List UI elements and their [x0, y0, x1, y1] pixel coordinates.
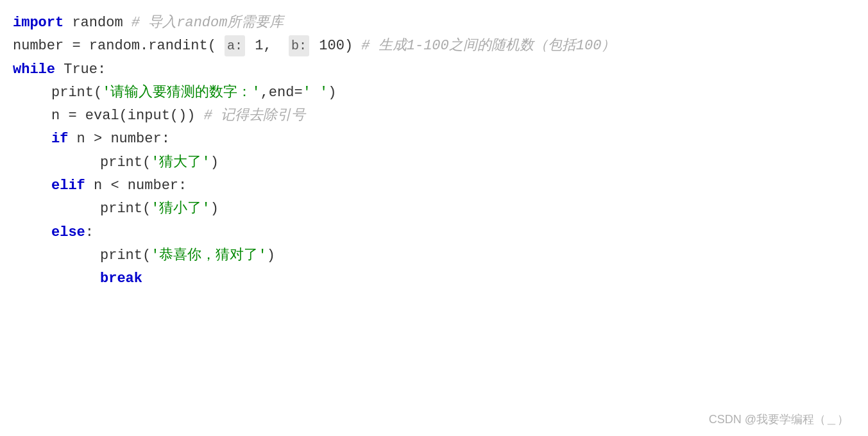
line5: n = eval(input()) # 记得去除引号: [13, 105, 855, 128]
line9: print('猜小了'): [13, 197, 855, 221]
line4: print('请输入要猜测的数字：',end=' '): [13, 81, 855, 105]
code-block: import random # 导入random所需要库number = ran…: [13, 12, 855, 291]
watermark: CSDN @我要学编程（＿）: [709, 410, 849, 430]
line11: print('恭喜你，猜对了'): [13, 244, 855, 267]
line12: break: [13, 267, 855, 290]
param-label: b:: [289, 35, 309, 56]
line7: print('猜大了'): [13, 151, 855, 174]
line10: else:: [13, 221, 855, 244]
line1: import random # 导入random所需要库: [13, 12, 855, 35]
param-label: a:: [225, 35, 245, 56]
line8: elif n < number:: [13, 174, 855, 197]
line3: while True:: [13, 58, 855, 81]
line2: number = random.randint( a: 1, b: 100) #…: [13, 35, 855, 58]
line6: if n > number:: [13, 128, 855, 151]
